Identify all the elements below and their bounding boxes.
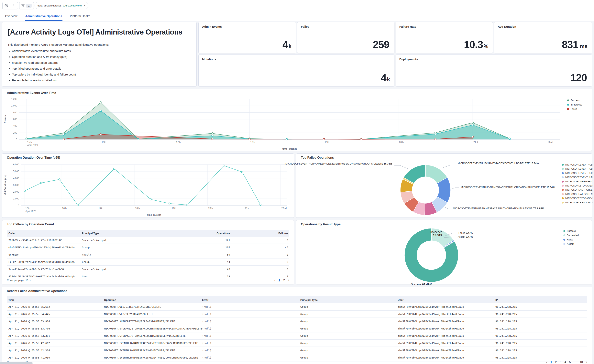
column-header[interactable]: Operation [104, 299, 202, 301]
data-point[interactable] [63, 138, 64, 140]
page-button-3[interactable]: 3 [560, 360, 561, 364]
data-point[interactable] [100, 110, 101, 112]
data-point[interactable] [435, 133, 436, 135]
page-button-10[interactable]: 10 [580, 360, 583, 364]
data-point[interactable] [24, 190, 25, 192]
legend-item[interactable]: Success [563, 230, 579, 232]
legend-item[interactable]: MICROSOFT.RESOURCE... [562, 201, 592, 204]
data-point[interactable] [472, 124, 473, 126]
legend-item[interactable]: Failed [563, 238, 579, 241]
data-point[interactable] [360, 138, 362, 140]
data-point[interactable] [100, 134, 101, 135]
tab-overview[interactable]: Overview [5, 12, 18, 21]
legend-item[interactable]: MICROSOFT.EVENTHUB... [562, 176, 592, 179]
remove-filter-icon[interactable]: × [84, 4, 85, 7]
filter-pill-data-stream[interactable]: data_stream.dataset: azure.activity.otel… [34, 2, 88, 9]
column-header[interactable]: Time [7, 299, 104, 301]
column-header[interactable]: IP [495, 299, 587, 301]
legend-item[interactable]: MICROSOFT.WEB/SERV... [562, 180, 592, 183]
previous-page-button[interactable]: ‹ [274, 278, 275, 282]
legend-dot [562, 181, 564, 182]
legend-item[interactable]: MICROSOFT.WEB/SITES... [562, 193, 592, 195]
data-point[interactable] [137, 138, 139, 140]
horizontal-scrollbar-thumb[interactable] [0, 362, 33, 364]
legend-label: Success [571, 99, 580, 102]
previous-page-button[interactable]: ‹ [546, 360, 547, 364]
data-point[interactable] [168, 203, 170, 204]
pagination-ellipsis: … [574, 360, 576, 364]
data-point[interactable] [100, 102, 101, 103]
page-button-1[interactable]: 1 [278, 279, 280, 282]
legend-dot [562, 164, 564, 166]
dashboard-bullet-list: Administrative event volume and failure … [8, 49, 76, 84]
data-point[interactable] [77, 204, 78, 206]
page-button-4[interactable]: 4 [565, 360, 566, 364]
legend-dot [562, 172, 564, 174]
data-point[interactable] [63, 132, 64, 134]
data-point[interactable] [241, 171, 243, 173]
metric-value: 259 [373, 39, 390, 50]
data-point[interactable] [59, 179, 60, 180]
page-button-2[interactable]: 2 [283, 279, 285, 282]
column-header[interactable]: Principal Type [300, 299, 397, 301]
query-menu-button[interactable] [10, 2, 18, 9]
plus-circle-icon [5, 4, 8, 7]
rows-per-page-selector[interactable]: Rows per page: 10▼ [7, 279, 31, 282]
legend-label: MICROSOFT.RESOURCE... [565, 201, 592, 204]
data-point[interactable] [323, 138, 325, 140]
pie-callout-label: Failed 0.47% [459, 232, 473, 234]
column-header[interactable]: Caller [7, 232, 81, 235]
legend-item[interactable]: Success [567, 99, 582, 102]
data-point[interactable] [260, 204, 261, 206]
data-point[interactable] [472, 136, 473, 138]
legend-item[interactable]: Failed [567, 108, 582, 110]
page-button-2[interactable]: 2 [555, 360, 557, 364]
data-point[interactable] [113, 168, 115, 169]
legend-item[interactable]: MICROSOFT.EVENTHUB... [562, 168, 592, 170]
data-point[interactable] [223, 165, 225, 166]
data-point[interactable] [40, 182, 42, 184]
page-button-5[interactable]: 5 [569, 360, 571, 364]
filters-toggle-button[interactable]: 1 [19, 2, 34, 9]
column-header[interactable]: Principal Type [81, 232, 146, 235]
data-point[interactable] [212, 133, 213, 134]
legend-item[interactable]: MICROSOFT.EVENTHUB... [562, 172, 592, 175]
table-cell: Group [81, 246, 146, 249]
data-point[interactable] [187, 204, 188, 206]
table-cell: 96.241.228.215 [495, 342, 587, 344]
legend-item[interactable]: MICROSOFT.STORAGE/S... [562, 197, 592, 200]
legend-item[interactable]: Succeeded [563, 234, 579, 237]
legend-dot [567, 108, 569, 110]
table-cell: 96.241.228.215 [495, 305, 587, 308]
data-point[interactable] [150, 198, 152, 200]
column-header[interactable]: Operations [146, 232, 231, 235]
legend-item[interactable]: Accept [563, 243, 579, 245]
data-point[interactable] [63, 134, 64, 136]
column-header[interactable]: User [397, 299, 495, 301]
page-button-1[interactable]: 1 [550, 360, 552, 364]
column-header[interactable]: Error [202, 299, 300, 301]
data-point[interactable] [26, 138, 27, 140]
data-point[interactable] [435, 138, 436, 140]
column-header[interactable]: Failures [231, 232, 289, 235]
tab-platform-health[interactable]: Platform Health [69, 12, 91, 21]
data-point[interactable] [472, 122, 473, 123]
legend-label: MICROSOFT.EVENTHUB... [565, 172, 592, 175]
table-row: Apr 21, 2026 @ 05:55:53.914MICROSOFT.AUT… [7, 318, 587, 325]
next-page-button[interactable]: › [586, 360, 587, 364]
table-cell: Group [300, 356, 397, 359]
data-point[interactable] [286, 138, 288, 140]
metric-failed: Failed 259 [297, 22, 394, 53]
tab-administrative-operations[interactable]: Administrative Operations [25, 12, 63, 21]
legend-item[interactable]: MICROSOFT.AUTHORIZ... [562, 188, 592, 191]
data-point[interactable] [509, 138, 511, 139]
legend-item[interactable]: MICROSOFT.EVENTHUB... [562, 163, 592, 166]
add-filter-button[interactable] [3, 2, 10, 9]
metric-value: 10.3% [464, 39, 488, 50]
data-point[interactable] [249, 138, 250, 140]
data-point[interactable] [212, 135, 213, 136]
legend-item[interactable]: MICROSOFT.STORAGE/S... [562, 184, 592, 187]
legend-item[interactable]: InProgress [567, 103, 582, 106]
next-page-button[interactable]: › [288, 278, 289, 282]
data-point[interactable] [212, 138, 213, 140]
